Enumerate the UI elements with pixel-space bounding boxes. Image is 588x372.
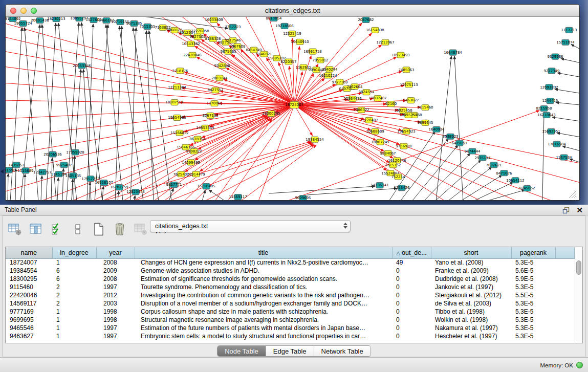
table-cell[interactable]: 0	[392, 316, 431, 324]
table-cell[interactable]: 2008	[96, 275, 135, 283]
unselect-rows-icon[interactable]	[71, 222, 85, 236]
table-cell[interactable]: 2	[52, 299, 96, 308]
new-table-icon[interactable]	[92, 222, 106, 236]
table-cell[interactable]: 5.3E-5	[511, 308, 555, 316]
table-row[interactable]: 2242004622012Investigating the contribut…	[6, 291, 575, 299]
table-cell[interactable]: 0	[392, 324, 431, 332]
table-cell[interactable]: 9465546	[6, 324, 52, 332]
table-cell[interactable]: 5.3E-5	[511, 258, 555, 267]
table-cell[interactable]: 2009	[96, 267, 135, 275]
graph-node[interactable]: 9756928	[396, 143, 411, 149]
table-cell[interactable]: 6	[52, 275, 96, 283]
delete-table-icon[interactable]	[113, 222, 127, 236]
table-cell[interactable]: Tibbo et al. (1998)	[431, 308, 511, 316]
table-cell[interactable]: Estimation of significance thresholds fo…	[135, 275, 392, 283]
graph-node[interactable]: 9699695	[295, 195, 311, 200]
table-cell[interactable]: 9115460	[6, 283, 52, 291]
table-cell[interactable]: de Silva et al. (2003)	[431, 299, 511, 308]
table-cell[interactable]: 49	[392, 258, 431, 267]
graph-node[interactable]: 1115689	[17, 168, 33, 173]
graph-node[interactable]: 12325419	[283, 31, 301, 36]
close-panel-icon[interactable]: ✕	[576, 205, 583, 215]
table-row[interactable]: 1872400712008Changes of HCN gene express…	[6, 258, 575, 267]
table-row[interactable]: 1456911722003Disruption of a novel membe…	[6, 299, 575, 308]
table-cell[interactable]: Embryonic stem cells: a model to study s…	[135, 332, 392, 340]
table-cell[interactable]: Genome-wide association studies in ADHD.	[135, 267, 392, 275]
graph-node[interactable]: 15166852	[170, 130, 189, 136]
scrollbar-thumb[interactable]	[576, 260, 581, 275]
graph-node[interactable]: 12342757	[33, 169, 52, 175]
graph-node[interactable]: 16914479	[187, 171, 205, 177]
graph-node[interactable]: 16648784	[444, 50, 462, 55]
column-header-short[interactable]: short	[431, 247, 511, 258]
table-cell[interactable]: 1	[52, 316, 96, 324]
table-cell[interactable]: 2	[52, 283, 96, 291]
graph-node[interactable]: 22420046	[183, 52, 202, 58]
table-cell[interactable]: 1	[52, 258, 96, 267]
column-header-in-degree[interactable]: in_degree	[52, 247, 96, 258]
graph-node[interactable]: 18807249	[371, 139, 389, 145]
window-titlebar[interactable]: citations_edges.txt	[6, 5, 579, 17]
table-row[interactable]: 977716911998Corpus callosum shape and si…	[6, 308, 575, 316]
graph-node[interactable]: 19384554	[306, 137, 324, 142]
graph-node[interactable]: 10688609	[366, 128, 384, 134]
graph-node[interactable]: 19055724	[14, 20, 32, 26]
table-cell[interactable]: 1998	[96, 316, 135, 324]
table-cell[interactable]: 0	[392, 267, 431, 275]
graph-node[interactable]: 19218506	[275, 23, 294, 29]
graph-node[interactable]: 20691436	[31, 17, 49, 23]
graph-node[interactable]: 8154092	[6, 17, 21, 21]
table-cell[interactable]: 1	[52, 332, 96, 340]
table-cell[interactable]: 22420046	[6, 291, 52, 299]
graph-node[interactable]: 19654985	[168, 115, 186, 120]
table-cell[interactable]: 1	[52, 308, 96, 316]
table-cell[interactable]: 5.6E-5	[511, 267, 555, 275]
graph-node[interactable]: 12093832	[540, 84, 558, 90]
table-cell[interactable]: Nakamura et al. (1997)	[431, 324, 511, 332]
graph-node[interactable]: 9329966	[547, 54, 563, 59]
table-cell[interactable]: 0	[392, 332, 431, 340]
table-cell[interactable]: 18724007	[6, 258, 52, 267]
table-cell[interactable]: 0	[392, 299, 431, 308]
network-table-select[interactable]: citations_edges.txt	[150, 220, 351, 232]
graph-node[interactable]: 2967608	[229, 43, 245, 49]
delete-column-icon[interactable]	[134, 222, 148, 236]
graph-node[interactable]: 1167534	[556, 155, 572, 160]
graph-node[interactable]: 1753426	[394, 185, 409, 191]
graph-node[interactable]: 8427552	[207, 87, 223, 93]
table-scrollbar[interactable]	[575, 247, 582, 343]
graph-node[interactable]: 16782759	[110, 185, 128, 190]
graph-node[interactable]: 7955812	[312, 57, 328, 63]
table-cell[interactable]: Dudbridge et al. (2008)	[431, 275, 511, 283]
table-cell[interactable]: Jankovic et al. (1997)	[431, 283, 511, 291]
graph-node[interactable]: 9463627	[403, 98, 419, 103]
table-cell[interactable]: 1997	[96, 332, 135, 340]
float-panel-icon[interactable]	[562, 207, 570, 214]
graph-node[interactable]: 18230213	[47, 17, 66, 21]
table-cell[interactable]: 1998	[96, 308, 135, 316]
graph-node[interactable]: 9777169	[332, 79, 347, 85]
table-row[interactable]: 946554611997Estimation of the future num…	[6, 324, 575, 332]
tab-node-table[interactable]: Node Table	[217, 346, 266, 356]
graph-node[interactable]: 9498222	[186, 148, 202, 154]
graph-node[interactable]: 17016504	[548, 141, 566, 147]
table-cell[interactable]: Estimation of the future numbers of pati…	[135, 324, 392, 332]
table-cell[interactable]: 5.9E-5	[511, 275, 555, 283]
window-resize-grip-icon[interactable]	[572, 193, 576, 198]
graph-node[interactable]: 12213967	[376, 39, 395, 45]
table-cell[interactable]: 1997	[96, 324, 135, 332]
table-row[interactable]: 1830029562008Estimation of significance …	[6, 275, 575, 283]
graph-node[interactable]: 2087682	[358, 17, 374, 23]
table-cell[interactable]: Hescheler et al. (1997)	[431, 332, 511, 340]
graph-node[interactable]: 9474444	[464, 148, 481, 154]
graph-node[interactable]: 18107554	[165, 100, 184, 105]
graph-node[interactable]: 9227349	[543, 68, 559, 74]
graph-node[interactable]: 8678354	[189, 136, 206, 142]
table-cell[interactable]: Disruption of a novel member of a sodium…	[135, 299, 392, 308]
table-cell[interactable]: Yano et al. (2008)	[431, 258, 511, 267]
table-row[interactable]: 969969511998Structural magnetic resonanc…	[6, 316, 575, 324]
graph-node[interactable]: 10654112	[506, 178, 525, 183]
graph-node[interactable]: 16961758	[303, 49, 322, 54]
graph-node[interactable]: 1615152	[385, 162, 401, 168]
table-row[interactable]: 911546021997Tourette syndrome. Phenomeno…	[6, 283, 575, 291]
